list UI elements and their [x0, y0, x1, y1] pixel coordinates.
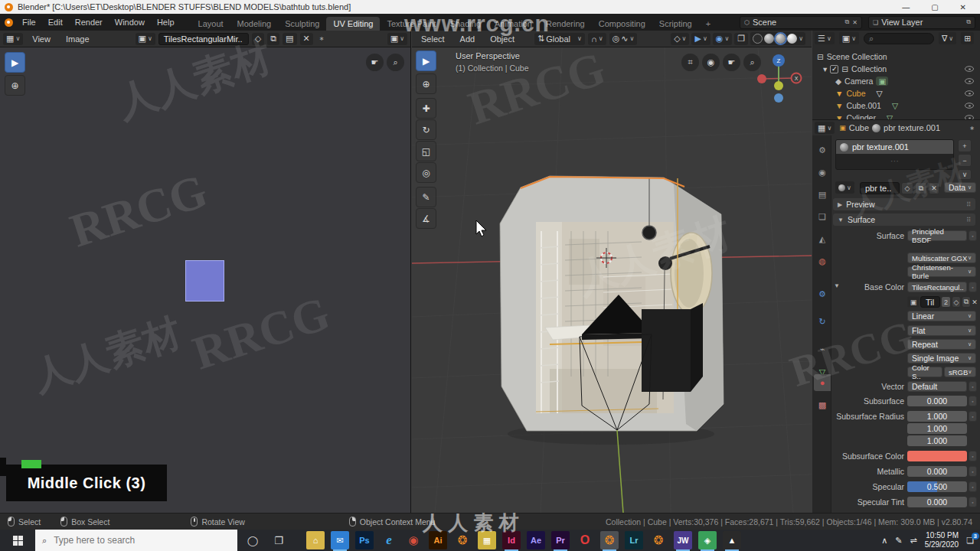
specular-keyframe[interactable]: ◦	[969, 481, 977, 492]
texture-name-field[interactable]: Til	[920, 296, 940, 308]
tab-compositing[interactable]: Compositing	[592, 17, 652, 31]
notification-center-icon[interactable]: ❏3	[966, 536, 974, 546]
radius-x-field[interactable]: 1.000	[907, 411, 967, 422]
panel-surface[interactable]: ▼ Surface ⠿	[833, 214, 975, 226]
surface-shader-selector[interactable]: Principled BSDF	[907, 230, 967, 241]
source-dropdown[interactable]: Single Image∨	[907, 353, 976, 364]
hide-eye-icon[interactable]	[965, 103, 974, 108]
snap-toggle-button[interactable]: ∩ ∨	[588, 33, 606, 45]
mesh-data-icon[interactable]: ▽	[892, 101, 898, 110]
uv-tool-select-box[interactable]: ▶	[5, 52, 25, 73]
ptab-modifiers[interactable]: ⚙	[814, 285, 831, 302]
shading-material-button[interactable]	[776, 34, 786, 44]
viewport-canvas[interactable]	[412, 47, 812, 513]
overlays-toggle-button[interactable]: ▶ ∨	[691, 33, 710, 45]
ptab-material[interactable]: ●	[814, 374, 831, 391]
close-button[interactable]: ✕	[960, 3, 966, 11]
taskbar-clock[interactable]: 10:50 PM 5/29/2020	[925, 531, 959, 550]
new-collection-button[interactable]: ⊞	[961, 32, 974, 44]
start-button[interactable]	[0, 530, 35, 551]
remove-material-slot-button[interactable]: −	[958, 154, 972, 167]
vp-tool-cursor[interactable]: ⊕	[416, 73, 436, 94]
tray-pen-icon[interactable]: ✎	[895, 536, 902, 546]
texture-copy-button[interactable]: ⧉	[962, 296, 971, 308]
tab-texture-paint[interactable]: Texture Paint	[380, 17, 443, 31]
tab-sculpting[interactable]: Sculpting	[278, 17, 326, 31]
outliner-row-scene-collection[interactable]: ⊟ Scene Collection	[812, 51, 980, 63]
outliner-row-collection[interactable]: ▾ ✓ ⊟ Collection	[812, 63, 980, 75]
uv-image-browse-button[interactable]: ▣ ∨	[136, 33, 155, 45]
uv-image-open-button[interactable]: ▤	[283, 33, 296, 45]
taskbar-icon-indesign[interactable]: Id	[502, 531, 521, 549]
texture-users-count[interactable]: 2	[941, 296, 951, 308]
outliner-search[interactable]: ⌕	[864, 33, 934, 44]
outliner-row-camera[interactable]: ◆ Camera ▣	[812, 75, 980, 87]
vp-menu-object[interactable]: Object	[484, 33, 521, 45]
scene-selector[interactable]: ⬡ Scene ⧉ ✕	[740, 16, 862, 29]
tab-rendering[interactable]: Rendering	[539, 17, 592, 31]
uv-image-new-button[interactable]: ⧉	[267, 33, 279, 45]
minimize-button[interactable]: —	[902, 3, 910, 11]
add-material-slot-button[interactable]: +	[958, 139, 972, 152]
uv-tool-cursor[interactable]: ⊕	[5, 75, 25, 96]
mesh-data-icon[interactable]: ▽	[877, 89, 883, 98]
ptab-world[interactable]: ◍	[814, 253, 831, 269]
material-slot-list[interactable]: pbr texture.001 ⋯	[835, 139, 954, 170]
taskbar-icon-photos[interactable]: ▲	[723, 531, 741, 549]
uv-zoom-button[interactable]: ⌕	[387, 54, 404, 71]
transform-orientation-selector[interactable]: ⇅ Global ∨	[534, 33, 585, 45]
taskbar-icon-blender-2[interactable]: ❂	[649, 531, 668, 549]
copy-material-button[interactable]: ⧉	[915, 182, 927, 194]
tray-expand-icon[interactable]: ∧	[881, 536, 887, 546]
ptab-constraints[interactable]: ⌁	[814, 341, 831, 357]
pan-view-button[interactable]: ☛	[723, 54, 740, 71]
tab-add-workspace[interactable]: +	[699, 17, 717, 31]
breadcrumb-material[interactable]: pbr texture.001	[884, 123, 940, 132]
taskbar-icon-task-view[interactable]: ❐	[270, 531, 288, 549]
uv-island-selected[interactable]	[185, 260, 224, 302]
pin-icon[interactable]: ∗	[319, 35, 325, 42]
unlink-material-button[interactable]: ✕	[929, 182, 939, 194]
radius-y-field[interactable]: 1.000	[907, 423, 967, 434]
vp-tool-move[interactable]: ✚	[416, 98, 436, 119]
texture-browse-button[interactable]: ▣	[907, 296, 920, 308]
metallic-slider[interactable]: 0.000	[907, 466, 967, 477]
taskbar-icon-opera[interactable]: O	[576, 531, 594, 549]
taskbar-icon-premiere[interactable]: Pr	[551, 531, 570, 549]
maximize-button[interactable]: ▢	[931, 3, 938, 11]
taskbar-icon-media[interactable]: ◈	[698, 531, 717, 549]
subsurface-color-swatch[interactable]	[907, 451, 967, 461]
taskbar-icon-lightroom[interactable]: Lr	[625, 531, 643, 549]
ptab-render[interactable]: ◉	[814, 164, 831, 181]
subsurface-color-keyframe[interactable]: ◦	[969, 451, 977, 461]
subsurface-slider[interactable]: 0.000	[907, 396, 967, 406]
base-color-expand-icon[interactable]: ▼	[834, 282, 840, 289]
menu-edit[interactable]: Edit	[42, 16, 69, 28]
specular-tint-slider[interactable]: 0.000	[907, 497, 967, 507]
base-color-texture-selector[interactable]: TilesRectangul..	[907, 282, 967, 292]
outliner-filter-button[interactable]: ∇ ∨	[939, 32, 956, 44]
expand-icon[interactable]: ▾	[823, 64, 827, 73]
tab-shading[interactable]: Shading	[443, 17, 488, 31]
menu-help[interactable]: Help	[151, 16, 181, 28]
vp-tool-rotate[interactable]: ↻	[416, 119, 436, 140]
taskbar-icon-jw[interactable]: JW	[674, 531, 692, 549]
vp-tool-select-box[interactable]: ▶	[416, 51, 436, 71]
radius-keyframe[interactable]: ◦	[969, 411, 977, 422]
vp-menu-add[interactable]: Add	[454, 33, 482, 45]
radius-z-field[interactable]: 1.000	[907, 435, 967, 446]
ptab-view-layer[interactable]: ❏	[814, 208, 831, 225]
vp-tool-transform[interactable]: ◎	[416, 162, 436, 183]
taskbar-icon-photoshop[interactable]: Ps	[355, 531, 374, 549]
slot-link-dropdown[interactable]: Data∨	[944, 182, 976, 193]
taskbar-icon-blender[interactable]: ❂	[453, 531, 472, 549]
taskbar-icon-chrome[interactable]: ◉	[404, 531, 423, 549]
hide-eye-icon[interactable]	[965, 78, 974, 83]
vp-tool-annotate[interactable]: ✎	[416, 187, 436, 207]
vector-node-socket[interactable]: ◦	[969, 381, 977, 392]
outliner-editor-type-button[interactable]: ☰ ∨	[815, 32, 835, 44]
uv-menu-image[interactable]: Image	[60, 33, 96, 45]
material-slot-selected[interactable]: pbr texture.001	[836, 140, 953, 154]
properties-editor-type-button[interactable]: ▦ ∨	[815, 122, 835, 134]
taskbar-icon-blender-active[interactable]: ❂	[600, 531, 619, 549]
